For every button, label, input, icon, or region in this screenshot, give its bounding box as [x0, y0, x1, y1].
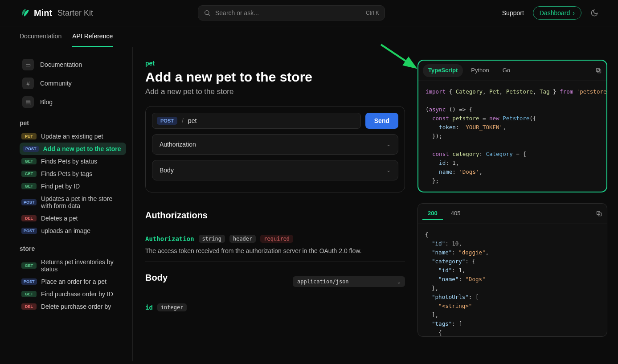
- content-type-select[interactable]: application/json ⌄: [293, 276, 405, 287]
- param-required-tag: required: [260, 235, 293, 243]
- param-location-tag: header: [229, 235, 256, 243]
- search-input[interactable]: Search or ask... Ctrl K: [198, 5, 385, 20]
- method-pill: POST: [157, 117, 177, 125]
- sidebar-item-add-pet[interactable]: POSTAdd a new pet to the store: [20, 143, 126, 155]
- response-code-body[interactable]: { "id": 10, "name": "doggie", "category"…: [418, 224, 607, 336]
- breadcrumb[interactable]: pet: [145, 60, 405, 67]
- response-tab-200[interactable]: 200: [422, 207, 443, 220]
- param-name: id: [145, 304, 153, 311]
- sidebar-item-find-order[interactable]: GETFind purchase order by ID: [20, 288, 126, 300]
- sidebar-item-documentation[interactable]: ▭ Documentation: [20, 55, 126, 74]
- sidebar-item-inventory[interactable]: GETReturns pet inventories by status: [20, 256, 126, 275]
- send-button[interactable]: Send: [365, 113, 398, 129]
- sidebar-item-upload-image[interactable]: POSTuploads an image: [20, 225, 126, 237]
- sidebar-section-store: store: [20, 245, 126, 252]
- chevron-down-icon: ⌄: [386, 141, 391, 147]
- code-tab-typescript[interactable]: TypeScript: [423, 64, 463, 77]
- moon-icon[interactable]: [590, 9, 598, 17]
- newspaper-icon: ▤: [22, 96, 34, 108]
- search-shortcut: Ctrl K: [366, 10, 379, 16]
- sidebar-item-find-status[interactable]: GETFinds Pets by status: [20, 155, 126, 168]
- accordion-body[interactable]: Body⌄: [152, 160, 398, 180]
- response-tab-405[interactable]: 405: [446, 207, 466, 220]
- request-code-body[interactable]: import { Category, Pet, Petstore, Tag } …: [418, 81, 606, 192]
- page-title: Add a new pet to the store: [145, 70, 405, 85]
- svg-point-0: [205, 11, 209, 15]
- sidebar-section-pet: pet: [20, 119, 126, 127]
- sidebar: ▭ Documentation # Community ▤ Blog pet P…: [0, 47, 133, 361]
- book-icon: ▭: [22, 59, 34, 70]
- copy-icon[interactable]: [596, 210, 602, 217]
- request-code-card: TypeScript Python Go import { Category, …: [417, 60, 607, 192]
- tab-api-reference[interactable]: API Reference: [72, 26, 113, 47]
- sidebar-item-blog[interactable]: ▤ Blog: [20, 93, 126, 111]
- accordion-authorization[interactable]: Authorization⌄: [152, 134, 398, 155]
- body-heading: Body: [145, 273, 168, 283]
- authorizations-heading: Authorizations: [145, 210, 405, 221]
- support-link[interactable]: Support: [502, 9, 524, 16]
- code-samples-pane: TypeScript Python Go import { Category, …: [417, 47, 618, 361]
- sidebar-item-delete-pet[interactable]: DELDeletes a pet: [20, 212, 126, 225]
- mint-leaf-icon: [20, 8, 30, 18]
- dashboard-button[interactable]: Dashboard ›: [533, 6, 581, 20]
- main-content: pet Add a new pet to the store Add a new…: [133, 47, 417, 361]
- search-icon: [204, 9, 211, 16]
- sidebar-item-delete-order[interactable]: DELDelete purchase order by: [20, 300, 126, 313]
- search-placeholder: Search or ask...: [215, 9, 259, 16]
- chevron-down-icon: ⌄: [397, 278, 401, 285]
- path-separator: /: [182, 117, 184, 124]
- copy-icon[interactable]: [595, 67, 602, 74]
- sidebar-item-find-tags[interactable]: GETFinds Pets by tags: [20, 168, 126, 180]
- code-tab-go[interactable]: Go: [497, 64, 516, 77]
- param-type-tag: integer: [157, 303, 187, 311]
- auth-param-row: Authorization string header required The…: [145, 228, 405, 262]
- response-code-card: 200 405 { "id": 10, "name": "doggie", "c…: [417, 203, 607, 337]
- sidebar-item-update-pet[interactable]: PUTUpdate an existing pet: [20, 130, 126, 143]
- param-name: Authorization: [145, 235, 194, 242]
- brand-name: Mint: [34, 8, 52, 18]
- tab-documentation[interactable]: Documentation: [20, 26, 61, 47]
- svg-line-1: [209, 14, 210, 16]
- sidebar-item-update-form[interactable]: POSTUpdates a pet in the store with form…: [20, 192, 126, 212]
- brand-sub: Starter Kit: [57, 8, 93, 18]
- body-param-id: id integer: [145, 296, 405, 323]
- page-subtitle: Add a new pet to the store: [145, 87, 405, 96]
- sidebar-item-find-id[interactable]: GETFind pet by ID: [20, 180, 126, 192]
- sidebar-item-community[interactable]: # Community: [20, 74, 126, 93]
- endpoint-path: pet: [188, 117, 196, 124]
- param-type-tag: string: [199, 235, 225, 243]
- param-description: The access token received from the autho…: [145, 247, 405, 254]
- sidebar-item-place-order[interactable]: POSTPlace an order for a pet: [20, 275, 126, 288]
- endpoint-input[interactable]: POST / pet: [152, 113, 361, 129]
- chevron-down-icon: ⌄: [386, 167, 391, 173]
- api-playground: POST / pet Send Authorization⌄ Body⌄: [145, 106, 405, 192]
- chevron-right-icon: ›: [573, 9, 575, 16]
- brand-logo[interactable]: Mint Starter Kit: [20, 8, 189, 18]
- slack-icon: #: [22, 78, 34, 89]
- code-tab-python[interactable]: Python: [466, 64, 494, 77]
